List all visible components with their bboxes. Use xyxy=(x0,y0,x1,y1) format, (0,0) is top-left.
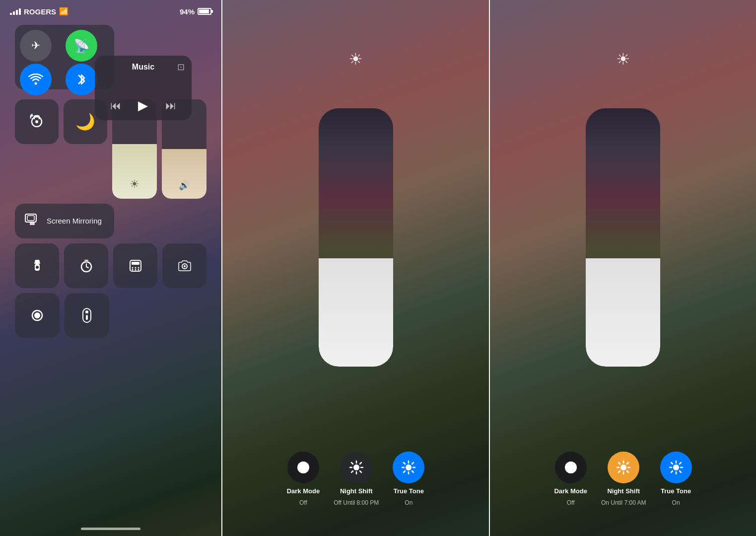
airplay-icon[interactable]: ⊡ xyxy=(177,62,185,73)
big-slider-track-container[interactable] xyxy=(319,108,393,367)
brightness-panel-3-inner: ☀ Dark Mode Off xyxy=(490,0,756,536)
dark-mode-label-3: Dark Mode xyxy=(554,487,587,495)
dark-mode-button-3[interactable] xyxy=(555,452,587,483)
night-shift-button-on[interactable] xyxy=(608,452,639,483)
svg-point-22 xyxy=(184,265,186,267)
true-tone-option[interactable]: True Tone On xyxy=(393,452,424,506)
svg-rect-6 xyxy=(30,223,35,225)
true-tone-button-3[interactable] xyxy=(660,452,692,483)
svg-point-57 xyxy=(673,464,679,470)
true-tone-sublabel-3: On xyxy=(672,499,680,506)
screen-record-button[interactable] xyxy=(15,293,60,338)
true-tone-label-2: True Tone xyxy=(394,487,424,495)
signal-bar-4 xyxy=(19,8,21,15)
bluetooth-icon xyxy=(76,72,86,87)
status-bar: ROGERS 📶 94% xyxy=(0,0,221,20)
dark-mode-sublabel: Off xyxy=(299,499,307,506)
big-slider-3-container[interactable] xyxy=(586,108,660,367)
svg-point-48 xyxy=(620,464,626,470)
sun-icon-top-2: ☀ xyxy=(348,50,363,68)
status-left: ROGERS 📶 xyxy=(10,7,69,16)
night-shift-option[interactable]: Night Shift Off Until 8:00 PM xyxy=(334,452,379,506)
timer-button[interactable] xyxy=(64,243,108,288)
wifi-symbol-icon xyxy=(28,74,43,85)
apple-tv-remote-button[interactable] xyxy=(65,293,109,338)
big-brightness-slider[interactable] xyxy=(222,108,489,367)
prev-button[interactable]: ⏮ xyxy=(110,99,121,112)
battery-body xyxy=(198,8,211,15)
sun-icon-top-3: ☀ xyxy=(616,50,630,68)
svg-point-29 xyxy=(353,464,359,470)
screen-mirroring-icon xyxy=(25,214,40,229)
screen-mirror-svg xyxy=(25,214,40,226)
signal-bar-2 xyxy=(13,11,15,15)
dark-mode-option-3[interactable]: Dark Mode Off xyxy=(554,452,587,506)
svg-line-43 xyxy=(404,462,405,464)
true-tone-sublabel-2: On xyxy=(405,499,412,506)
svg-line-37 xyxy=(360,462,361,464)
signal-bar-1 xyxy=(10,13,12,15)
svg-line-63 xyxy=(680,471,681,472)
camera-button[interactable] xyxy=(162,243,206,288)
play-button[interactable]: ▶ xyxy=(138,98,148,113)
flashlight-icon xyxy=(30,259,44,273)
music-widget: ⊡ Music ⏮ ▶ ⏭ xyxy=(95,56,192,120)
cc-widgets: ✈ 📡 xyxy=(0,20,221,348)
svg-line-62 xyxy=(671,462,673,464)
dark-mode-sublabel-3: Off xyxy=(567,499,575,506)
screen-mirroring-button[interactable]: Screen Mirroring xyxy=(15,204,114,238)
display-options-2: Dark Mode Off xyxy=(222,452,489,506)
cellular-button[interactable]: 📡 xyxy=(66,30,97,62)
next-button[interactable]: ⏭ xyxy=(165,99,176,112)
screen-lock-button[interactable] xyxy=(15,99,59,144)
night-shift-icon xyxy=(349,460,364,475)
wifi-button[interactable] xyxy=(20,64,52,95)
night-shift-option-on[interactable]: Night Shift On Until 7:00 AM xyxy=(601,452,646,506)
battery-icon xyxy=(198,8,211,15)
bluetooth-button[interactable] xyxy=(66,64,97,95)
svg-line-36 xyxy=(351,471,353,472)
svg-line-11 xyxy=(86,267,88,268)
dark-mode-icon xyxy=(296,460,311,475)
battery-fill xyxy=(199,9,209,13)
calculator-button[interactable] xyxy=(113,243,157,288)
music-controls: ⏮ ▶ ⏭ xyxy=(102,98,185,113)
bottom-row xyxy=(15,293,206,338)
screen-mirroring-label: Screen Mirroring xyxy=(47,217,102,226)
true-tone-label-3: True Tone xyxy=(661,487,691,495)
brightness-panel-on: ☀ Dark Mode Off xyxy=(489,0,756,536)
svg-point-15 xyxy=(132,267,133,269)
volume-icon: 🔊 xyxy=(179,180,190,191)
dark-mode-button[interactable] xyxy=(287,452,319,483)
night-shift-label-2: Night Shift xyxy=(340,487,373,495)
utilities-row xyxy=(15,243,206,288)
svg-line-45 xyxy=(404,471,405,472)
svg-line-55 xyxy=(619,471,620,472)
svg-line-34 xyxy=(351,462,353,464)
true-tone-option-3[interactable]: True Tone On xyxy=(660,452,692,506)
big-brightness-slider-3[interactable] xyxy=(490,108,756,367)
status-right: 94% xyxy=(180,7,211,16)
airplane-icon: ✈ xyxy=(31,39,40,52)
calculator-icon xyxy=(129,259,142,272)
volume-fill xyxy=(162,149,206,199)
night-shift-label-3: Night Shift xyxy=(607,487,640,495)
flashlight-button[interactable] xyxy=(15,243,59,288)
svg-rect-27 xyxy=(86,315,88,320)
cellular-icon: 📡 xyxy=(73,38,89,54)
svg-line-46 xyxy=(412,462,413,464)
record-icon xyxy=(30,308,44,322)
dark-mode-option[interactable]: Dark Mode Off xyxy=(287,452,320,506)
svg-point-19 xyxy=(135,269,136,271)
svg-point-18 xyxy=(132,269,133,271)
svg-point-38 xyxy=(406,464,412,470)
night-shift-sublabel-2: Off Until 8:00 PM xyxy=(334,499,379,506)
signal-bars xyxy=(10,8,21,15)
music-title: Music xyxy=(102,63,185,72)
moon-icon: 🌙 xyxy=(75,112,95,131)
true-tone-button[interactable] xyxy=(393,452,424,483)
night-shift-button-off[interactable] xyxy=(341,452,372,483)
airplane-mode-button[interactable]: ✈ xyxy=(20,30,52,62)
brightness-panel-off: ☀ Dark Mode Off xyxy=(222,0,489,536)
svg-point-16 xyxy=(135,267,136,269)
